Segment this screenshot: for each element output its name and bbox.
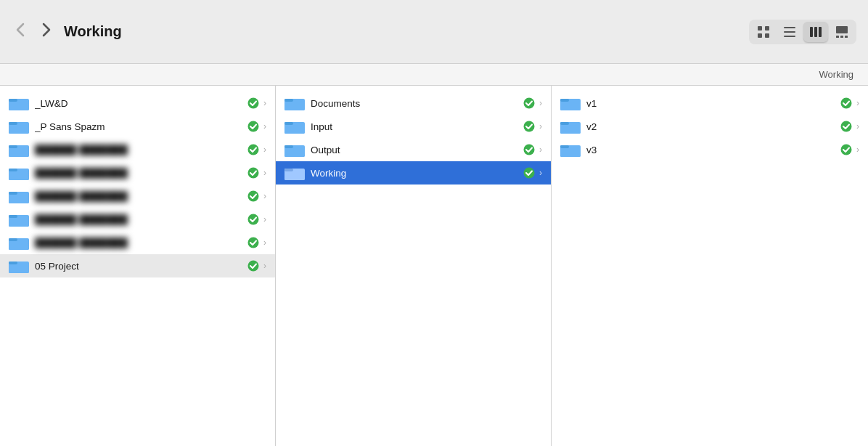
item-name: 05 Project <box>35 261 247 272</box>
list-item[interactable]: v1 › <box>552 92 868 115</box>
svg-rect-60 <box>284 169 293 171</box>
svg-rect-20 <box>9 122 17 125</box>
item-name: v2 <box>586 121 840 132</box>
chevron-icon: › <box>539 145 542 155</box>
svg-rect-11 <box>836 36 839 38</box>
svg-rect-10 <box>836 26 848 33</box>
toolbar: Working <box>0 0 868 64</box>
list-item[interactable]: v3 › <box>552 138 868 161</box>
list-view-button[interactable] <box>777 22 802 42</box>
svg-rect-9 <box>819 27 822 37</box>
chevron-icon: › <box>856 145 859 155</box>
svg-rect-8 <box>814 27 817 37</box>
svg-rect-2 <box>758 33 762 38</box>
item-name: v3 <box>586 145 840 155</box>
list-item[interactable]: v2 › <box>552 115 868 138</box>
list-item[interactable]: 05 Project › <box>0 254 275 277</box>
item-name: ██████ ███████ <box>35 191 247 202</box>
list-item[interactable]: ██████ ███████ › <box>0 231 275 254</box>
svg-point-17 <box>248 98 259 109</box>
list-item[interactable]: ██████ ███████ › <box>0 208 275 231</box>
svg-point-45 <box>248 261 259 272</box>
svg-point-25 <box>248 145 259 155</box>
svg-point-69 <box>841 121 852 132</box>
chevron-icon: › <box>539 121 542 131</box>
svg-point-41 <box>248 238 259 248</box>
view-controls <box>749 20 856 44</box>
chevron-icon: › <box>263 168 266 178</box>
chevron-icon: › <box>263 238 266 248</box>
list-item[interactable]: Input › <box>276 115 551 138</box>
svg-rect-0 <box>758 26 762 31</box>
svg-rect-6 <box>784 36 795 37</box>
column-3: v1 › v2 › v3 › <box>552 86 868 446</box>
svg-point-53 <box>524 121 535 132</box>
back-button[interactable] <box>12 20 30 44</box>
chevron-icon: › <box>539 168 542 178</box>
svg-point-49 <box>524 98 535 109</box>
svg-rect-32 <box>9 192 17 195</box>
columns-container: _LW&D › _P Sans Spazm › ██████ ███████ ›… <box>0 86 868 446</box>
list-item[interactable]: ██████ ███████ › <box>0 185 275 208</box>
svg-rect-36 <box>9 215 17 218</box>
svg-rect-24 <box>9 145 17 148</box>
item-name: ██████ ███████ <box>35 214 247 225</box>
svg-point-29 <box>248 168 259 179</box>
svg-point-33 <box>248 191 259 202</box>
nav-buttons <box>12 20 55 44</box>
list-item[interactable]: ██████ ███████ › <box>0 161 275 185</box>
svg-rect-28 <box>9 169 17 171</box>
page-title: Working <box>64 23 749 40</box>
item-name: ██████ ███████ <box>35 168 247 179</box>
svg-point-57 <box>524 145 535 155</box>
svg-rect-5 <box>784 31 795 33</box>
chevron-icon: › <box>263 145 266 155</box>
svg-point-21 <box>248 121 259 132</box>
svg-point-61 <box>524 168 535 179</box>
svg-rect-72 <box>560 145 569 148</box>
svg-rect-3 <box>765 33 769 38</box>
list-item[interactable]: Documents › <box>276 92 551 115</box>
column-header-label: Working <box>819 69 853 80</box>
item-name: Working <box>311 168 523 179</box>
svg-point-37 <box>248 214 259 225</box>
svg-rect-16 <box>9 99 17 102</box>
gallery-view-button[interactable] <box>830 22 854 42</box>
svg-point-73 <box>841 145 852 155</box>
chevron-icon: › <box>263 121 266 131</box>
svg-rect-56 <box>284 145 293 148</box>
svg-rect-44 <box>9 261 17 264</box>
svg-rect-1 <box>765 26 769 31</box>
list-item[interactable]: _P Sans Spazm › <box>0 115 275 138</box>
svg-rect-68 <box>560 122 569 125</box>
list-item[interactable]: Output › <box>276 138 551 161</box>
forward-button[interactable] <box>36 20 55 44</box>
chevron-icon: › <box>263 214 266 224</box>
svg-rect-12 <box>840 36 843 38</box>
grid-view-button[interactable] <box>751 22 776 42</box>
svg-rect-48 <box>284 99 293 102</box>
column-header-bar: Working <box>0 64 868 86</box>
item-name: _P Sans Spazm <box>35 121 247 132</box>
item-name: _LW&D <box>35 98 247 109</box>
svg-rect-4 <box>784 27 795 28</box>
item-name: Input <box>311 121 523 132</box>
chevron-icon: › <box>856 121 859 131</box>
item-name: ██████ ███████ <box>35 145 247 155</box>
chevron-icon: › <box>856 98 859 108</box>
list-item[interactable]: Working › <box>276 161 551 185</box>
list-item[interactable]: ██████ ███████ › <box>0 138 275 161</box>
item-name: v1 <box>586 98 840 109</box>
svg-rect-52 <box>284 122 293 125</box>
item-name: ██████ ███████ <box>35 238 247 248</box>
svg-rect-40 <box>9 238 17 241</box>
list-item[interactable]: _LW&D › <box>0 92 275 115</box>
column-2: Documents › Input › Output › Working › <box>276 86 552 446</box>
column-view-button[interactable] <box>803 22 828 42</box>
svg-point-65 <box>841 98 852 109</box>
chevron-icon: › <box>539 98 542 108</box>
svg-rect-7 <box>810 27 813 37</box>
chevron-icon: › <box>263 191 266 201</box>
column-1: _LW&D › _P Sans Spazm › ██████ ███████ ›… <box>0 86 276 446</box>
chevron-icon: › <box>263 98 266 108</box>
